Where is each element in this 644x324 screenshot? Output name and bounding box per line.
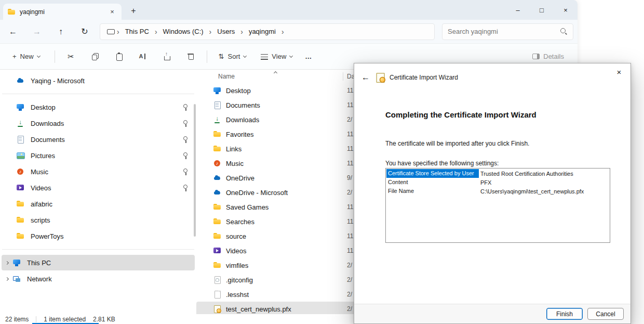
back-arrow-icon[interactable]: ← xyxy=(360,73,371,82)
name-column-header[interactable]: Name xyxy=(218,73,235,80)
explorer-tab[interactable]: yaqingmi × xyxy=(3,4,122,20)
search-box xyxy=(442,23,573,40)
rename-button[interactable] xyxy=(131,48,154,66)
file-name: OneDrive xyxy=(226,174,254,182)
file-name: .lesshst xyxy=(226,291,249,299)
setting-row[interactable]: File Name C:\Users\yaqingmi\test_cert_ne… xyxy=(386,187,609,196)
refresh-button[interactable]: ↻ xyxy=(76,23,93,40)
desktop-icon xyxy=(213,86,221,95)
folder-icon xyxy=(213,145,221,153)
sort-icon: ⇅ xyxy=(219,53,224,60)
chevron-right-icon[interactable] xyxy=(5,277,9,280)
breadcrumb-item[interactable]: Users xyxy=(213,27,238,36)
sidebar-tree-item[interactable]: This PC xyxy=(2,255,195,270)
desktop-icon xyxy=(12,258,21,267)
cancel-button[interactable]: Cancel xyxy=(587,308,624,320)
pin-icon xyxy=(182,103,189,111)
window-controls: – □ × xyxy=(506,0,578,20)
tab-close-icon[interactable]: × xyxy=(107,7,117,17)
cut-button[interactable]: ✂ xyxy=(60,48,83,66)
sidebar-item[interactable]: Documents xyxy=(2,132,195,147)
sort-button[interactable]: ⇅ Sort xyxy=(213,48,252,66)
sidebar-item-label: Downloads xyxy=(31,120,176,127)
setting-row[interactable]: Certificate Store Selected by User Trust… xyxy=(386,169,609,178)
file-name: Links xyxy=(226,145,242,153)
sidebar-item[interactable]: Videos xyxy=(2,180,195,196)
delete-button[interactable] xyxy=(179,48,202,66)
status-divider xyxy=(36,316,36,322)
trash-icon xyxy=(186,53,195,61)
back-button[interactable]: ← xyxy=(4,23,22,40)
paste-button[interactable] xyxy=(108,48,130,66)
new-tab-button[interactable]: + xyxy=(127,4,140,18)
pictures-icon xyxy=(16,151,24,160)
folder-icon xyxy=(16,200,24,208)
setting-row[interactable]: Content PFX xyxy=(386,178,609,187)
selected-count: 1 item selected xyxy=(44,316,86,323)
column-divider[interactable] xyxy=(343,72,343,81)
sidebar-item-label: Documents xyxy=(31,136,176,144)
desktop-icon xyxy=(16,103,24,111)
minimize-button[interactable]: – xyxy=(506,0,530,20)
sidebar-divider xyxy=(2,249,194,250)
setting-value: C:\Users\yaqingmi\test_cert_newplus.pfx xyxy=(479,188,584,195)
sidebar-divider xyxy=(2,94,194,94)
sidebar-scrollbar[interactable] xyxy=(194,104,196,237)
forward-button[interactable]: → xyxy=(28,23,46,40)
maximize-button[interactable]: □ xyxy=(530,0,554,20)
file-name: source xyxy=(226,232,246,240)
chevron-down-icon xyxy=(289,54,293,57)
sidebar-item-label: Network xyxy=(27,275,195,283)
view-button[interactable]: View xyxy=(256,48,298,66)
file-date-modified: 2/ xyxy=(347,291,352,298)
gearfile-icon xyxy=(213,276,221,284)
chevron-right-icon: › xyxy=(239,28,244,36)
more-options-button[interactable]: … xyxy=(300,48,317,66)
tab-title: yaqingmi xyxy=(20,8,45,16)
sidebar-item[interactable]: PowerToys xyxy=(2,228,195,244)
plus-icon: + xyxy=(12,53,17,60)
file-name: Desktop xyxy=(226,87,251,95)
sidebar-item[interactable]: scripts xyxy=(2,212,195,228)
cloud-icon xyxy=(213,174,221,182)
chevron-right-icon[interactable] xyxy=(5,261,9,264)
pin-icon xyxy=(182,120,189,127)
sidebar-item-label: This PC xyxy=(27,259,195,267)
sidebar-item[interactable]: Desktop xyxy=(2,99,195,115)
wizard-header: ← Certificate Import Wizard xyxy=(360,73,458,82)
sidebar-item[interactable]: aifabric xyxy=(2,196,195,212)
breadcrumb-item[interactable]: yaqingmi xyxy=(245,27,279,36)
sidebar-item[interactable]: Downloads xyxy=(2,115,195,131)
settings-listbox[interactable]: Certificate Store Selected by User Trust… xyxy=(385,168,610,243)
file-name: .gitconfig xyxy=(226,276,253,284)
search-input[interactable] xyxy=(448,28,560,35)
file-name: vimfiles xyxy=(226,262,248,269)
new-button[interactable]: + New xyxy=(7,48,45,66)
navigation-bar: ← → ↑ ↻ › This PC › Windows (C:) › Users… xyxy=(0,20,578,44)
breadcrumb-item[interactable]: This PC xyxy=(122,27,153,36)
sort-ascending-icon xyxy=(274,71,277,75)
file-name: Videos xyxy=(226,247,247,255)
sidebar-item-onedrive[interactable]: Yaqing - Microsoft xyxy=(2,73,195,88)
breadcrumb: › This PC › Windows (C:) › Users › yaqin… xyxy=(100,23,435,40)
window-close-button[interactable]: × xyxy=(554,0,578,20)
sidebar-item[interactable]: Pictures xyxy=(2,148,195,163)
music-icon xyxy=(16,167,24,176)
sidebar-tree-item[interactable]: Network xyxy=(2,271,195,287)
finish-button[interactable]: Finish xyxy=(546,308,583,320)
search-icon[interactable] xyxy=(560,28,568,35)
cert-icon xyxy=(213,305,221,313)
folder-icon xyxy=(213,261,221,269)
sidebar-item[interactable]: Music xyxy=(2,164,195,179)
file-date-modified: 11 xyxy=(347,131,353,138)
share-button[interactable] xyxy=(155,48,178,66)
setting-value: Trusted Root Certification Authorities xyxy=(479,171,573,177)
up-button[interactable]: ↑ xyxy=(52,23,70,40)
breadcrumb-item[interactable]: Windows (C:) xyxy=(159,27,207,36)
wizard-description: The certificate will be imported after y… xyxy=(385,140,529,147)
pin-icon xyxy=(182,184,189,191)
certificate-icon xyxy=(375,72,385,83)
cloud-icon xyxy=(16,76,24,85)
dialog-close-button[interactable]: × xyxy=(611,66,627,78)
copy-button[interactable] xyxy=(84,48,106,66)
